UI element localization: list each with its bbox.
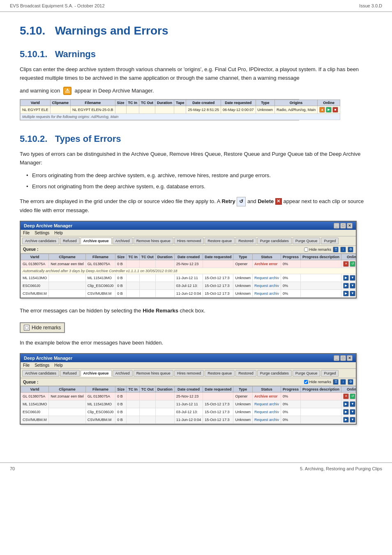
nav-icon-4[interactable]: ▼ — [350, 283, 355, 289]
tab2-archive-queue[interactable]: Archive queue — [81, 370, 112, 377]
tab2-purged[interactable]: Purged — [321, 370, 339, 377]
table-row: ESC060J0 Clip_ESC060J0 0 B 03-Jul-12 13:… — [21, 408, 356, 416]
close-button-2[interactable]: ✕ — [347, 355, 353, 361]
menu-settings-2[interactable]: Settings — [35, 363, 49, 368]
delete-row2-icon[interactable]: ✕ — [343, 393, 349, 399]
tab2-purge-queue[interactable]: Purge Queue — [293, 370, 321, 377]
nav2-icon-3[interactable]: ▶ — [343, 409, 349, 415]
header-left: EVS Broadcast Equipment S.A. - October 2… — [10, 3, 105, 8]
tab-purge-candidates[interactable]: Purge candidates — [257, 238, 292, 244]
hide-remarks-checkbox-2[interactable]: Hide remarks — [304, 380, 331, 384]
tab-archive-queue[interactable]: Archive queue — [81, 238, 112, 244]
dam-right-controls-1[interactable]: Hide remarks ☰ ↕ ⚙ — [304, 247, 353, 252]
hide-remarks-description: The error messages can be hidden by sele… — [20, 307, 372, 315]
online-icons: ▲ ▶ ■ — [319, 107, 338, 113]
th2-duration: Duration — [155, 386, 174, 393]
dam-table-container-1: VarId Clipname Filename Size TC In TC Ou… — [21, 254, 356, 298]
hide-remarks-input-1[interactable] — [304, 247, 308, 252]
dam-titlebar-1: Deep Archive Manager _ □ ✕ — [21, 222, 356, 230]
hide-remarks-label-2: Hide remarks — [309, 380, 331, 384]
sort-icon-1[interactable]: ↕ — [340, 247, 346, 252]
nav-icon-2[interactable]: ▼ — [350, 275, 355, 281]
row2-online-icons-2[interactable]: ▶ ▼ — [343, 401, 355, 407]
table-row: CSV/MUBM.M CSV/MUBM.M 0 B 11-Jun-12 0:04… — [21, 416, 356, 424]
dam-titlebar-buttons-2[interactable]: _ □ ✕ — [334, 355, 353, 361]
errors-bullet-list: Errors originating from the deep archive… — [20, 171, 372, 191]
settings-icon-1[interactable]: ⚙ — [348, 247, 353, 252]
restore-button-2[interactable]: □ — [340, 355, 346, 361]
hide-remarks-box[interactable]: □ Hide remarks — [20, 322, 65, 333]
dam-menubar-1[interactable]: File Settings Help — [21, 230, 356, 236]
menu-help-2[interactable]: Help — [54, 363, 63, 368]
row2-online-icons-1[interactable]: ✕ ↺ ▶ — [343, 393, 356, 399]
sort-icon-2[interactable]: ↕ — [340, 379, 346, 385]
nav2-icon-5[interactable]: ▶ — [343, 417, 349, 423]
row-online-icons-2[interactable]: ▶ ▼ — [343, 275, 355, 281]
tab2-archive-candidates[interactable]: Archive candidates — [22, 370, 59, 377]
row2-online-icons-4[interactable]: ▶ ▼ — [343, 417, 355, 423]
col-duration: Duration — [155, 100, 174, 106]
filter-icon-1[interactable]: ☰ — [333, 247, 339, 252]
hide-remarks-checkbox-1[interactable]: Hide remarks — [304, 247, 331, 252]
delete-label: Delete — [258, 198, 274, 204]
nav-icon-5[interactable]: ▶ — [343, 291, 349, 296]
tab2-remove-hires[interactable]: Remove hires queue — [134, 370, 173, 377]
tab2-hires-removed[interactable]: Hires removed — [174, 370, 204, 377]
nav2-icon-1[interactable]: ▶ — [343, 401, 349, 407]
table-row: ML 115413MO ML 115413MO 0 B 11-Jun-12 11… — [21, 274, 356, 282]
hide-remarks-checkbox-visual[interactable]: □ — [24, 325, 30, 331]
retry-row-icon[interactable]: ↺ — [350, 261, 355, 267]
settings-icon-2[interactable]: ⚙ — [348, 379, 353, 385]
retry-row2-icon[interactable]: ↺ — [350, 393, 355, 399]
tab2-purge-candidates[interactable]: Purge candidates — [257, 370, 292, 377]
tab-remove-hires[interactable]: Remove hires queue — [134, 238, 173, 244]
tab-purge-queue[interactable]: Purge Queue — [293, 238, 321, 244]
th2-status: Status — [252, 386, 281, 393]
delete-row-icon[interactable]: ✕ — [343, 261, 349, 267]
minimize-button[interactable]: _ — [334, 223, 339, 229]
nav-icon-1[interactable]: ▶ — [343, 275, 349, 281]
tab-restored[interactable]: Restored — [235, 238, 256, 244]
row2-online-icons-3[interactable]: ▶ ▼ — [343, 409, 355, 415]
hide-remarks-input-2[interactable] — [304, 380, 308, 384]
restore-button[interactable]: □ — [340, 223, 346, 229]
menu-file-2[interactable]: File — [23, 363, 30, 368]
tab2-restore-queue[interactable]: Restore queue — [205, 370, 235, 377]
filter-icon-2[interactable]: ☰ — [333, 379, 339, 385]
tab2-refused[interactable]: Refused — [60, 370, 80, 377]
retry-button-inline[interactable]: ↺ — [237, 197, 246, 206]
dam-toolbar-2[interactable]: Archive candidates Refused Archive queue… — [21, 369, 356, 378]
nav2-icon-6[interactable]: ▼ — [350, 417, 355, 423]
row-online-icons[interactable]: ✕ ↺ ▶ — [343, 261, 356, 267]
footer-left: 70 — [10, 466, 15, 471]
dam-toolbar-1[interactable]: Archive candidates Refused Archive queue… — [21, 236, 356, 246]
row-online-icons-4[interactable]: ▶ ▼ — [343, 291, 355, 296]
tab-hires-removed[interactable]: Hires removed — [174, 238, 204, 244]
header-right: Issue 3.0.D — [359, 3, 382, 8]
tab2-restored[interactable]: Restored — [235, 370, 256, 377]
dam-right-controls-2[interactable]: Hide remarks ☰ ↕ ⚙ — [304, 379, 353, 385]
tab-purged[interactable]: Purged — [321, 238, 339, 244]
tab-restore-queue[interactable]: Restore queue — [205, 238, 235, 244]
info-note-row: Automatically archived after 3 days by D… — [21, 268, 356, 274]
tab-refused[interactable]: Refused — [60, 238, 80, 244]
menu-help[interactable]: Help — [54, 231, 63, 235]
dam-titlebar-buttons-1[interactable]: _ □ ✕ — [334, 223, 353, 229]
nav2-icon-2[interactable]: ▼ — [350, 401, 355, 407]
tab-archived[interactable]: Archived — [113, 238, 133, 244]
th-status: Status — [252, 254, 281, 260]
tab2-archived[interactable]: Archived — [113, 370, 133, 377]
warning-icon-inline: ⚠ — [63, 87, 71, 95]
row-online-icons-3[interactable]: ▶ ▼ — [343, 283, 355, 289]
dam-menubar-2[interactable]: File Settings Help — [21, 362, 356, 369]
minimize-button-2[interactable]: _ — [334, 355, 339, 361]
tab-archive-candidates[interactable]: Archive candidates — [22, 238, 59, 244]
menu-file[interactable]: File — [23, 231, 30, 235]
nav2-icon-4[interactable]: ▼ — [350, 409, 355, 415]
nav-icon-6[interactable]: ▼ — [350, 291, 355, 296]
close-button[interactable]: ✕ — [347, 223, 353, 229]
nav-icon-3[interactable]: ▶ — [343, 283, 349, 289]
menu-settings[interactable]: Settings — [35, 231, 49, 235]
list-item: Errors not originating from the deep arc… — [26, 183, 372, 191]
delete-button-inline[interactable]: ✕ — [275, 198, 282, 205]
